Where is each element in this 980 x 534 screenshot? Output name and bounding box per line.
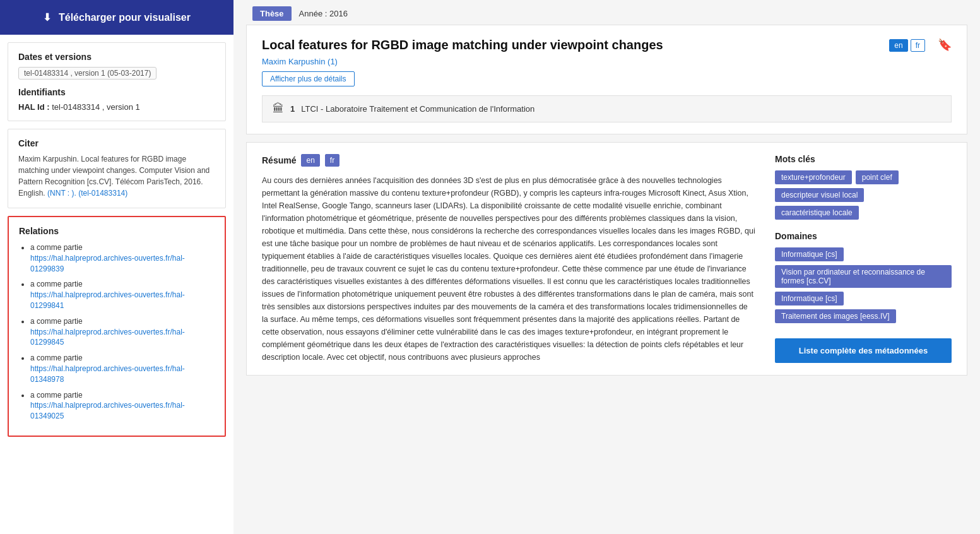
meta-col: Mots clés texture+profondeurpoint clefde… (775, 154, 952, 364)
keyword-tag[interactable]: point clef (856, 170, 899, 184)
relations-list: a comme partiehttps://hal.halpreprod.arc… (19, 242, 215, 422)
abstract-lang-fr[interactable]: fr (325, 154, 339, 167)
keywords-section: Mots clés texture+profondeurpoint clefde… (775, 154, 952, 220)
title-row: Local features for RGBD image matching u… (262, 37, 952, 53)
relation-item: a comme partiehttps://hal.halpreprod.arc… (30, 390, 215, 422)
relation-item: a comme partiehttps://hal.halpreprod.arc… (30, 316, 215, 348)
identifiants-section: Identifiants HAL Id : tel-01483314 , ver… (18, 87, 215, 112)
download-button[interactable]: ⬇ Télécharger pour visualiser (0, 0, 233, 35)
hal-id-row: HAL Id : tel-01483314 , version 1 (18, 102, 215, 112)
lab-icon: 🏛 (273, 102, 284, 116)
abstract-text: Au cours des dernières années l'acquisit… (262, 174, 756, 364)
abstract-label: Résumé (262, 155, 296, 165)
bookmark-icon[interactable]: 🔖 (938, 38, 952, 52)
citer-section: Citer Maxim Karpushin. Local features fo… (8, 129, 226, 208)
domain-tags: Informatique [cs]Vision par ordinateur e… (775, 247, 952, 323)
relation-link[interactable]: https://hal.halpreprod.archives-ouvertes… (30, 290, 215, 311)
relation-item: a comme partiehttps://hal.halpreprod.arc… (30, 279, 215, 311)
document-title: Local features for RGBD image matching u… (262, 37, 878, 53)
metadata-button[interactable]: Liste complète des métadonnées (775, 338, 952, 363)
dates-versions-section: Dates et versions tel-01483314 , version… (8, 42, 226, 121)
hal-id-value: tel-01483314 , version 1 (52, 102, 139, 112)
download-icon: ⬇ (43, 11, 51, 23)
main-content: Thèse Année : 2016 Local features for RG… (233, 0, 980, 534)
keywords-title: Mots clés (775, 154, 952, 164)
relation-link[interactable]: https://hal.halpreprod.archives-ouvertes… (30, 400, 215, 422)
title-card: Local features for RGBD image matching u… (246, 25, 967, 134)
these-badge: Thèse (252, 6, 292, 21)
cite-nnt-link[interactable]: (NNT : ). (47, 189, 76, 198)
abstract-header: Résumé en fr (262, 154, 756, 167)
keyword-tag[interactable]: texture+profondeur (775, 170, 852, 184)
relations-section: Relations a comme partiehttps://hal.halp… (8, 216, 226, 437)
domain-tag[interactable]: Traitement des images [eess.IV] (775, 309, 896, 323)
version-badge: tel-01483314 , version 1 (05-03-2017) (18, 67, 156, 80)
relation-link[interactable]: https://hal.halpreprod.archives-ouvertes… (30, 253, 215, 275)
domain-tag[interactable]: Vision par ordinateur et reconnaissance … (775, 265, 952, 288)
lab-row: 🏛 1 LTCI - Laboratoire Traitement et Com… (262, 95, 952, 122)
author-line: Maxim Karpushin (1) (262, 57, 952, 66)
domain-tag[interactable]: Informatique [cs] (775, 292, 844, 306)
citer-title: Citer (18, 138, 215, 148)
domains-title: Domaines (775, 231, 952, 241)
details-button[interactable]: Afficher plus de détails (262, 71, 355, 86)
identifiants-title: Identifiants (18, 87, 215, 97)
cite-text: Maxim Karpushin. Local features for RGBD… (18, 153, 215, 199)
cite-tel-link[interactable]: (tel-01483314) (78, 189, 127, 198)
domain-tag[interactable]: Informatique [cs] (775, 247, 844, 261)
lab-name: LTCI - Laboratoire Traitement et Communi… (301, 104, 534, 114)
domains-section: Domaines Informatique [cs]Vision par ord… (775, 231, 952, 323)
keyword-tag[interactable]: caractéristique locale (775, 206, 859, 220)
relation-item: a comme partiehttps://hal.halpreprod.arc… (30, 353, 215, 384)
body-section: Résumé en fr Au cours des dernières anné… (246, 142, 967, 376)
abstract-col: Résumé en fr Au cours des dernières anné… (262, 154, 775, 364)
relation-item: a comme partiehttps://hal.halpreprod.arc… (30, 242, 215, 274)
top-bar: Thèse Année : 2016 (233, 0, 980, 25)
author-link[interactable]: Maxim Karpushin (1) (262, 57, 338, 66)
keyword-tag[interactable]: descripteur visuel local (775, 188, 864, 202)
abstract-lang-en[interactable]: en (301, 154, 319, 167)
lang-buttons: en fr (889, 39, 925, 52)
relation-link[interactable]: https://hal.halpreprod.archives-ouvertes… (30, 364, 215, 385)
lab-number: 1 (290, 104, 295, 114)
lang-fr-button[interactable]: fr (911, 39, 925, 52)
keywords-grid: texture+profondeurpoint clefdescripteur … (775, 170, 952, 220)
relations-title: Relations (19, 226, 215, 236)
relation-link[interactable]: https://hal.halpreprod.archives-ouvertes… (30, 327, 215, 348)
download-label: Télécharger pour visualiser (59, 12, 191, 23)
lang-en-button[interactable]: en (889, 39, 907, 52)
annee-text: Année : 2016 (299, 9, 348, 18)
dates-versions-title: Dates et versions (18, 52, 215, 62)
hal-id-label: HAL Id : (18, 102, 50, 112)
sidebar: ⬇ Télécharger pour visualiser Dates et v… (0, 0, 233, 534)
